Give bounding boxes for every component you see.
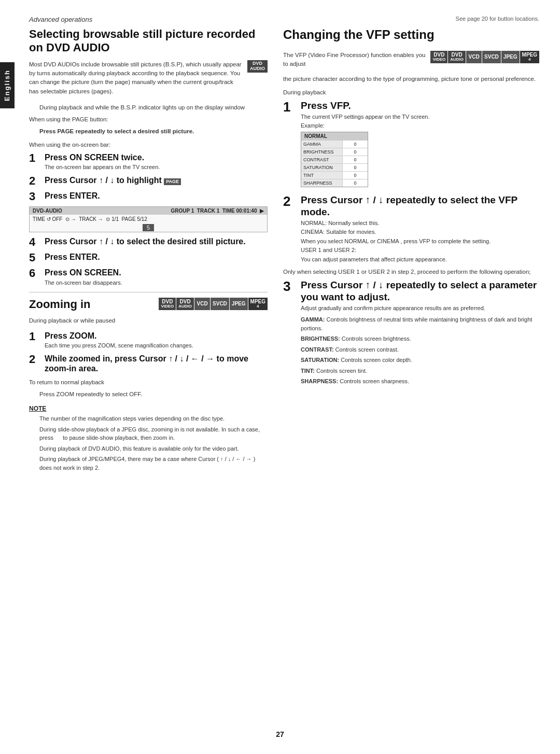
step-3-title: Press ENTER. <box>45 191 268 201</box>
vfp-step-2: 2 Press Cursor ↑ / ↓ repeatedly to selec… <box>283 194 539 263</box>
zoom-step-1-title: Press ZOOM. <box>45 331 268 341</box>
vfp-row-tint: TINT 0 <box>301 171 368 179</box>
vfp-step-3-sub1: Adjust gradually and confirm picture app… <box>301 304 539 312</box>
param-sharpness: SHARPNESS: Controls screen sharpness. <box>301 377 539 386</box>
zoom-step-2-title: While zoomed in, press Cursor ↑ / ↓ / ← … <box>45 354 268 373</box>
right-section-title: Changing the VFP setting <box>283 27 435 43</box>
onscreen-bar-top: DVD-AUDIO GROUP 1 TRACK 1 TIME 00:01:40 … <box>30 207 267 215</box>
vfp-step-3-arrows: ↑ / ↓ <box>366 280 386 290</box>
page-container: English Advanced operations See page 20 … <box>0 0 560 754</box>
dvd-audio-intro: Most DVD AUDIOs include browsable still … <box>29 60 243 96</box>
vfp-step-3-title: Press Cursor ↑ / ↓ repeatedly to select … <box>301 280 539 303</box>
vfp-during-playback: During playback <box>283 88 539 97</box>
step-2-number: 2 <box>29 175 45 187</box>
vfp-step-2-part1: Press Cursor <box>301 194 362 205</box>
note-line-4: During playback of JPEG/MPEG4, there may… <box>39 455 268 472</box>
during-playback-note: During playback and while the B.S.P. ind… <box>39 103 268 112</box>
top-header: Advanced operations See page 20 for butt… <box>29 16 539 23</box>
vfp-table: NORMAL GAMMA 0 BRIGHTNESS 0 CONTRAST <box>301 132 368 187</box>
vfp-only-user: Only when selecting USER 1 or USER 2 in … <box>283 268 539 276</box>
step-4: 4 Press Cursor ↑ / ↓ to select the desir… <box>29 236 268 248</box>
step-4-title: Press Cursor ↑ / ↓ to select the desired… <box>45 236 268 246</box>
step-1-content: Press ON SCREEN twice. The on-screen bar… <box>45 152 268 172</box>
step-5-number: 5 <box>29 252 45 263</box>
page-highlight-5: 5 <box>143 224 154 231</box>
zoom-badge-row: DVD VIDEO DVD AUDIO VCD SVCD <box>159 298 268 310</box>
step-6-sub: The on-screen bar disappears. <box>45 279 268 287</box>
vfp-badge-jpeg: JPEG <box>501 51 520 63</box>
divider-1 <box>29 292 268 292</box>
badge-dvd-video: DVD VIDEO <box>159 298 176 310</box>
return-normal-label: To return to normal playback <box>29 378 268 387</box>
vfp-step-2-sub1: NORMAL: Normally select this. <box>301 219 539 227</box>
vfp-step-3-content: Press Cursor ↑ / ↓ repeatedly to select … <box>301 280 539 387</box>
return-normal-sub: Press ZOOM repeatedly to select OFF. <box>39 390 268 399</box>
vfp-row-contrast: CONTRAST 0 <box>301 156 368 163</box>
vfp-intro-part1: The VFP (Video Fine Processor) function … <box>283 51 427 69</box>
zoom-step-2: 2 While zoomed in, press Cursor ↑ / ↓ / … <box>29 354 268 373</box>
step-4-content: Press Cursor ↑ / ↓ to select the desired… <box>45 236 268 246</box>
param-brightness: BRIGHTNESS: Controls screen brightness. <box>301 334 539 343</box>
step-5-title: Press ENTER. <box>45 252 268 262</box>
vfp-step-1-content: Press VFP. The current VFP settings appe… <box>301 100 539 191</box>
onscreen-track-info: GROUP 1 TRACK 1 TIME 00:01:40 ▶ <box>171 208 264 214</box>
vfp-params-list: GAMMA: Controls brightness of neutral ti… <box>301 315 539 386</box>
zoom-step-1: 1 Press ZOOM. Each time you press ZOOM, … <box>29 331 268 350</box>
english-tab: English <box>0 62 15 108</box>
dvd-audio-badge: DVD AUDIO <box>247 60 268 73</box>
onscreen-label: DVD-AUDIO <box>33 208 62 214</box>
zoom-step-2-content: While zoomed in, press Cursor ↑ / ↓ / ← … <box>45 354 268 373</box>
left-section-title: Selecting browsable still picture record… <box>29 27 268 55</box>
vfp-badge-mpeg: MPEG 4 <box>520 51 539 63</box>
step-2-title-part1: Press Cursor <box>45 176 97 185</box>
step-2-content: Press Cursor ↑ / ↓ to highlight PAGE <box>45 175 268 185</box>
step-2-title: Press Cursor ↑ / ↓ to highlight PAGE <box>45 175 268 185</box>
step-3: 3 Press ENTER. <box>29 191 268 202</box>
section-label: Advanced operations <box>29 16 92 23</box>
vfp-step-2-number: 2 <box>283 194 301 208</box>
vfp-step-1-number: 1 <box>283 100 301 114</box>
vfp-step-2-sub4: USER 1 and USER 2: <box>301 246 539 254</box>
step-5: 5 Press ENTER. <box>29 252 268 263</box>
step-4-arrows: ↑ / ↓ <box>99 237 117 246</box>
badge-jpeg: JPEG <box>230 298 248 310</box>
vfp-row-gamma: GAMMA 0 <box>301 140 368 148</box>
vfp-row-sharpness: SHARPNESS 0 <box>301 179 368 187</box>
step-2-title-part2: to highlight <box>117 176 162 185</box>
right-column: Changing the VFP setting The VFP (Video … <box>283 27 539 474</box>
step-4-number: 4 <box>29 236 45 248</box>
zoom-step-2-arrows: ↑ / ↓ / ← / → <box>169 354 216 363</box>
step-6: 6 Press ON SCREEN. The on-screen bar dis… <box>29 268 268 287</box>
zooming-intro: During playback or while paused <box>29 316 155 325</box>
param-contrast: CONTRAST: Controls screen contrast. <box>301 345 539 354</box>
vfp-step-1-sub: The current VFP settings appear on the T… <box>301 113 539 121</box>
vfp-step-1: 1 Press VFP. The current VFP settings ap… <box>283 100 539 191</box>
step-5-content: Press ENTER. <box>45 252 268 262</box>
vfp-badge-svcd: SVCD <box>482 51 501 63</box>
onscreen-bar: DVD-AUDIO GROUP 1 TRACK 1 TIME 00:01:40 … <box>29 206 268 232</box>
onscreen-bar-bottom: TIME ↺ OFF ⊙ → TRACK → ⊙ 1/1 PAGE 5/12 <box>30 215 267 224</box>
vfp-step-1-title: Press VFP. <box>301 100 539 112</box>
param-tint: TINT: Controls screen tint. <box>301 367 539 375</box>
note-line-2: During slide-show playback of a JPEG dis… <box>39 425 268 442</box>
main-content: Advanced operations See page 20 for butt… <box>19 0 560 495</box>
two-col-layout: Selecting browsable still picture record… <box>29 27 539 474</box>
vfp-row-saturation: SATURATION 0 <box>301 163 368 171</box>
vfp-step-3-part1: Press Cursor <box>301 280 362 290</box>
zoom-step-1-content: Press ZOOM. Each time you press ZOOM, sc… <box>45 331 268 350</box>
vfp-step-2-arrows: ↑ / ↓ <box>366 194 386 205</box>
vfp-step-2-content: Press Cursor ↑ / ↓ repeatedly to select … <box>301 194 539 263</box>
left-column: Selecting browsable still picture record… <box>29 27 268 474</box>
zoom-step-2-part1: While zoomed in, press Cursor <box>45 354 166 363</box>
step-6-title: Press ON SCREEN. <box>45 268 268 277</box>
zoom-step-1-sub: Each time you press ZOOM, scene magnific… <box>45 342 268 350</box>
zoom-step-2-number: 2 <box>29 354 45 365</box>
vfp-badge-dvd-audio: DVD AUDIO <box>448 51 466 63</box>
step-4-part2: to select the desired still picture. <box>117 237 246 246</box>
vfp-badge-dvd-video: DVD VIDEO <box>430 51 447 63</box>
step-6-number: 6 <box>29 268 45 279</box>
vfp-intro-part2: the picture character according to the t… <box>283 75 539 83</box>
note-box: NOTE The number of the magnification ste… <box>29 405 268 472</box>
vfp-step-2-title: Press Cursor ↑ / ↓ repeatedly to select … <box>301 194 539 218</box>
step-1-number: 1 <box>29 152 45 164</box>
